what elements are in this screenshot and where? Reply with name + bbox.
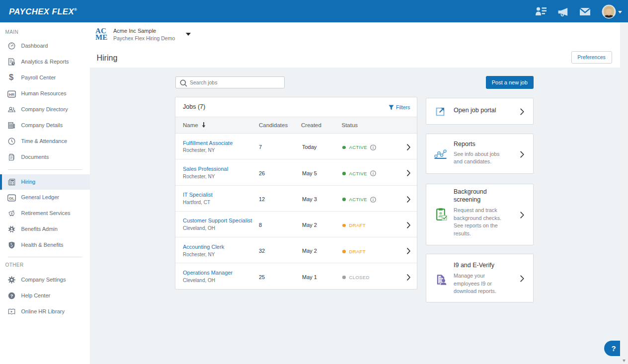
svg-text:GL: GL bbox=[9, 196, 14, 200]
svg-text:HR: HR bbox=[9, 92, 15, 96]
svg-text:?: ? bbox=[10, 293, 13, 298]
svg-text:$: $ bbox=[11, 212, 13, 215]
